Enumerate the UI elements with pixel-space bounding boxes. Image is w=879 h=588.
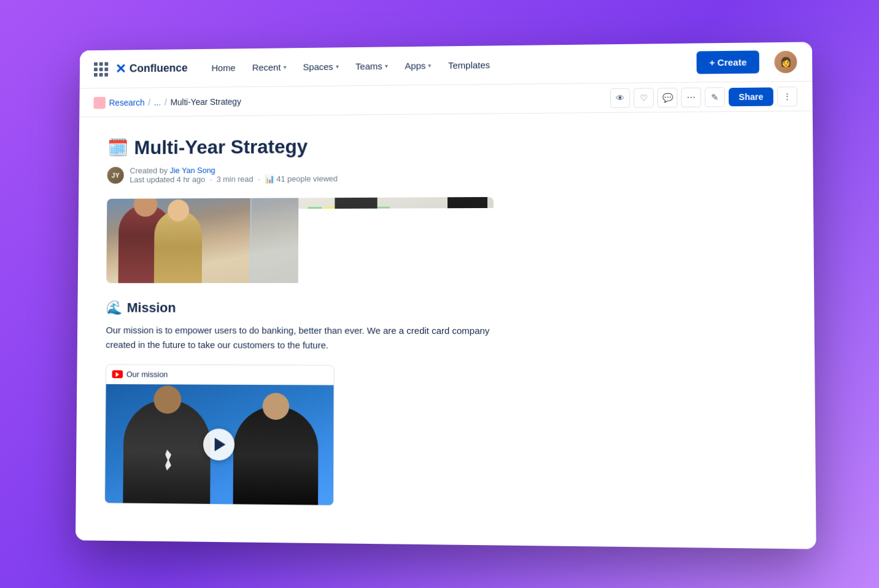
nav-teams[interactable]: Teams ▾ — [348, 56, 395, 76]
video-person-left — [123, 400, 211, 504]
logo[interactable]: ✕ Confluence — [115, 61, 188, 75]
toolbar-icon-5[interactable]: ✎ — [705, 87, 725, 107]
page-title: Multi-Year Strategy — [134, 135, 308, 160]
browser-window: ✕ Confluence Home Recent ▾ Spaces ▾ Team… — [76, 42, 816, 549]
title-emoji: 🗓️ — [107, 139, 128, 157]
play-button[interactable] — [203, 428, 234, 460]
last-updated: Last updated 4 hr ago — [130, 175, 205, 184]
viewers-icon: 📊 — [265, 175, 274, 184]
nav-recent[interactable]: Recent ▾ — [245, 57, 293, 77]
video-person-right — [233, 406, 319, 505]
chevron-down-icon: ▾ — [385, 63, 388, 69]
youtube-icon — [112, 371, 123, 379]
avatar[interactable]: 👩 — [774, 50, 797, 73]
chevron-down-icon: ▾ — [336, 63, 339, 70]
share-button[interactable]: Share — [729, 87, 773, 106]
atlassian-logo-icon — [158, 450, 176, 471]
viewers-count: 41 people viewed — [276, 174, 338, 184]
create-button[interactable]: + Create — [697, 50, 759, 74]
breadcrumb-current-page: Multi-Year Strategy — [171, 96, 241, 107]
avatar-image: 👩 — [774, 50, 797, 73]
video-card[interactable]: Our mission — [104, 365, 334, 506]
breadcrumb-ellipsis[interactable]: ... — [154, 97, 161, 107]
logo-x-icon: ✕ — [115, 62, 126, 75]
page-content: 🗓️ Multi-Year Strategy JY Created by Jie… — [76, 111, 816, 549]
read-time: 3 min read — [217, 175, 254, 184]
author-label: Created by — [130, 166, 168, 176]
page-title-row: 🗓️ Multi-Year Strategy — [107, 131, 783, 160]
author-row: JY Created by Jie Yan Song Last updated … — [107, 163, 783, 185]
navbar: ✕ Confluence Home Recent ▾ Spaces ▾ Team… — [80, 42, 813, 88]
nav-apps[interactable]: Apps ▾ — [398, 55, 439, 75]
chevron-down-icon: ▾ — [428, 62, 431, 69]
toolbar-icon-1[interactable]: 👁 — [610, 88, 630, 107]
toolbar-icons: 👁 ♡ 💬 ⋯ ✎ Share ⋮ — [610, 87, 797, 108]
nav-links: Home Recent ▾ Spaces ▾ Teams ▾ Apps ▾ Te… — [204, 53, 692, 78]
sticky-notes-image — [298, 197, 494, 209]
person-2 — [154, 211, 203, 283]
toolbar-icon-3[interactable]: 💬 — [657, 87, 678, 107]
video-label-bar: Our mission — [106, 365, 334, 385]
space-icon — [94, 96, 106, 109]
toolbar-icon-2[interactable]: ♡ — [633, 88, 654, 107]
breadcrumb: Research / ... / Multi-Year Strategy — [94, 95, 241, 109]
breadcrumb-separator: / — [148, 98, 150, 107]
toolbar-icon-6[interactable]: ⋮ — [777, 87, 797, 107]
logo-text: Confluence — [130, 62, 188, 75]
toolbar-icon-4[interactable]: ⋯ — [681, 87, 702, 107]
hero-images — [106, 197, 494, 283]
mission-text: Our mission is to empower users to do ba… — [106, 323, 494, 354]
breadcrumb-separator-2: / — [165, 97, 167, 107]
author-info: Created by Jie Yan Song Last updated 4 h… — [130, 165, 338, 184]
breadcrumb-space[interactable]: Research — [109, 98, 145, 107]
nav-templates[interactable]: Templates — [441, 55, 497, 75]
nav-spaces[interactable]: Spaces ▾ — [296, 56, 346, 77]
person-3 — [335, 197, 377, 209]
mission-heading: 🌊 Mission — [106, 300, 784, 317]
office-image — [106, 198, 298, 284]
play-triangle-icon — [215, 438, 226, 451]
mission-emoji: 🌊 — [106, 300, 122, 316]
author-avatar: JY — [107, 167, 124, 184]
video-title: Our mission — [126, 370, 168, 379]
nav-home[interactable]: Home — [204, 58, 243, 78]
video-thumbnail[interactable] — [105, 384, 333, 505]
person-4 — [447, 197, 487, 208]
author-name[interactable]: Jie Yan Song — [170, 166, 215, 175]
chevron-down-icon: ▾ — [283, 64, 286, 71]
apps-grid-icon[interactable] — [94, 62, 108, 77]
mission-title: Mission — [127, 300, 176, 316]
